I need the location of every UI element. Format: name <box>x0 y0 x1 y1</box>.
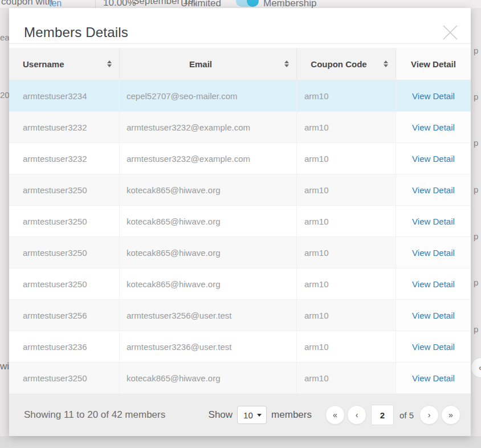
background-text-fragment: Unlimited <box>181 0 221 8</box>
members-details-modal: Members Details Username Email Coupon Co… <box>9 8 471 436</box>
background-text-fragment: p <box>474 231 478 241</box>
first-page-button[interactable]: « <box>325 405 345 425</box>
view-detail-cell: View Detail <box>396 112 471 142</box>
view-detail-link[interactable]: View Detail <box>412 311 455 320</box>
coupon-code-cell: arm10 <box>297 143 396 174</box>
column-header-coupon-code[interactable]: Coupon Code <box>297 48 396 80</box>
email-cell: armtestuser3236@user.test <box>120 331 297 362</box>
chevrons-right-icon: » <box>449 410 453 420</box>
coupon-code-cell: arm10 <box>297 80 396 111</box>
email-cell: kotecak865@hiwave.org <box>120 237 297 268</box>
table-row: armtestuser3250 kotecak865@hiwave.org ar… <box>9 237 471 268</box>
username-cell: armtestuser3250 <box>9 237 120 268</box>
page-size-select[interactable]: 10 <box>237 406 267 424</box>
view-detail-link[interactable]: View Detail <box>412 154 455 164</box>
view-detail-link[interactable]: View Detail <box>412 373 455 383</box>
column-header-username[interactable]: Username <box>9 48 120 80</box>
column-label: Email <box>120 59 296 69</box>
results-summary: Showing 11 to 20 of 42 members <box>24 409 165 421</box>
view-detail-cell: View Detail <box>396 363 471 393</box>
username-cell: armtestuser3236 <box>9 331 120 362</box>
background-collapse-button: « <box>471 357 481 378</box>
table-body: armtestuser3234 cepel52707@seo-mailer.co… <box>9 80 471 394</box>
modal-body-gap <box>9 44 471 48</box>
pagination: « ‹ 2 of 5 › » <box>324 405 462 425</box>
background-text-fragment: p <box>474 138 478 148</box>
view-detail-link[interactable]: View Detail <box>412 217 455 226</box>
current-page-box[interactable]: 2 <box>371 405 394 425</box>
divider <box>95 0 96 8</box>
page-count-label: of 5 <box>400 410 414 420</box>
coupon-code-cell: arm10 <box>297 268 396 299</box>
background-link-fragment: ten <box>49 0 62 8</box>
email-cell: armtestuser3256@user.test <box>120 300 297 331</box>
table-row: armtestuser3234 cepel52707@seo-mailer.co… <box>9 80 471 112</box>
last-page-button[interactable]: » <box>441 405 460 425</box>
column-label: Username <box>9 59 64 69</box>
coupon-code-cell: arm10 <box>297 363 396 393</box>
table-row: armtestuser3232 armtestuser3232@example.… <box>9 112 471 143</box>
email-cell: armtestuser3232@example.com <box>120 112 297 142</box>
view-detail-cell: View Detail <box>396 143 471 174</box>
coupon-code-cell: arm10 <box>297 331 396 362</box>
view-detail-link[interactable]: View Detail <box>412 123 455 132</box>
view-detail-cell: View Detail <box>396 268 471 299</box>
username-cell: armtestuser3250 <box>9 363 120 393</box>
background-table-strip: coupon with ten 10.00% September 19, Unl… <box>0 0 481 8</box>
column-header-email[interactable]: Email <box>120 48 297 80</box>
background-text-fragment: coupon with <box>1 0 53 7</box>
prev-page-button[interactable]: ‹ <box>347 405 366 425</box>
sort-icon <box>107 60 112 67</box>
coupon-code-cell: arm10 <box>297 112 396 142</box>
email-cell: kotecak865@hiwave.org <box>120 268 297 299</box>
modal-footer: Showing 11 to 20 of 42 members Show 10 m… <box>9 394 471 436</box>
email-cell: cepel52707@seo-mailer.com <box>120 80 297 111</box>
table-row: armtestuser3256 armtestuser3256@user.tes… <box>9 300 471 331</box>
username-cell: armtestuser3234 <box>9 80 120 111</box>
page-size-value: 10 <box>243 410 253 420</box>
modal-header: Members Details <box>9 8 471 44</box>
username-cell: armtestuser3232 <box>9 112 120 142</box>
username-cell: armtestuser3250 <box>9 268 120 299</box>
column-label: View Detail <box>411 59 456 69</box>
view-detail-link[interactable]: View Detail <box>412 279 455 289</box>
next-page-button[interactable]: › <box>419 405 439 425</box>
username-cell: armtestuser3232 <box>9 143 120 174</box>
column-label: Coupon Code <box>297 59 396 69</box>
background-text-fragment: p <box>474 324 478 334</box>
username-cell: armtestuser3250 <box>9 206 120 237</box>
close-icon[interactable] <box>441 23 459 42</box>
background-bottom-strip <box>0 436 481 448</box>
view-detail-cell: View Detail <box>396 237 471 268</box>
email-cell: kotecak865@hiwave.org <box>120 174 297 205</box>
show-label: Show <box>209 409 233 421</box>
view-detail-link[interactable]: View Detail <box>412 248 455 258</box>
table-row: armtestuser3250 kotecak865@hiwave.org ar… <box>9 268 471 300</box>
background-text-fragment: ea <box>0 32 10 42</box>
view-detail-cell: View Detail <box>396 80 471 111</box>
view-detail-link[interactable]: View Detail <box>412 91 455 101</box>
coupon-code-cell: arm10 <box>297 174 396 205</box>
view-detail-link[interactable]: View Detail <box>412 185 455 195</box>
background-text-fragment: p <box>474 278 478 287</box>
table-row: armtestuser3250 kotecak865@hiwave.org ar… <box>9 174 471 206</box>
members-table: Username Email Coupon Code View Detail a… <box>9 48 471 394</box>
members-label: members <box>271 409 312 421</box>
background-text-fragment: p <box>474 185 478 194</box>
column-header-view-detail: View Detail <box>396 48 471 80</box>
chevron-left-icon: ‹ <box>356 410 358 420</box>
table-row: armtestuser3250 kotecak865@hiwave.org ar… <box>9 206 471 237</box>
chevrons-left-icon: « <box>333 410 337 420</box>
coupon-code-cell: arm10 <box>297 237 396 268</box>
username-cell: armtestuser3256 <box>9 300 120 331</box>
background-text-fragment: p <box>474 92 478 101</box>
view-detail-cell: View Detail <box>396 300 471 331</box>
background-text-fragment: 20 <box>0 90 10 100</box>
divider <box>282 0 283 8</box>
view-detail-link[interactable]: View Detail <box>412 342 455 352</box>
email-cell: armtestuser3232@example.com <box>120 143 297 174</box>
coupon-code-cell: arm10 <box>297 206 396 237</box>
chevrons-left-icon: « <box>479 363 481 372</box>
table-header-row: Username Email Coupon Code View Detail <box>9 48 471 80</box>
background-text-fragment: 10.00% <box>103 0 136 8</box>
